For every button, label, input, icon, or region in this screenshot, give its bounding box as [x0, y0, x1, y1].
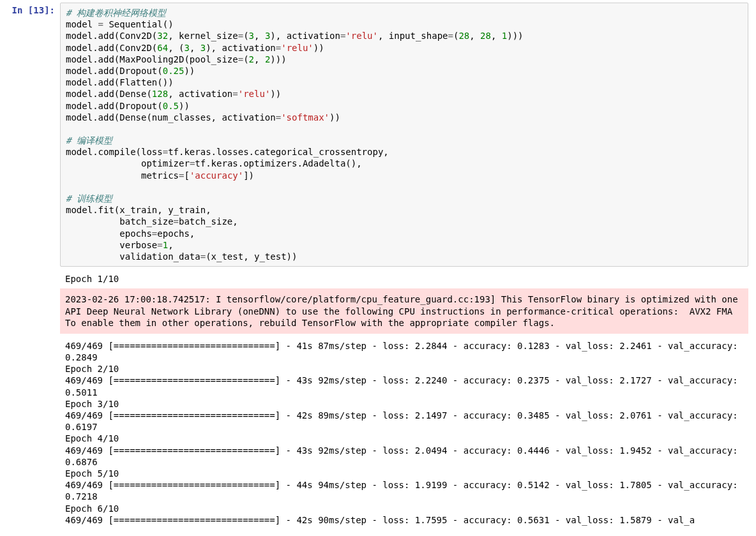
output-stdout-2: 469/469 [==============================]… [60, 336, 748, 530]
output-stdout-1: Epoch 1/10 [60, 269, 748, 288]
code-input[interactable]: # 构建卷积神经网络模型 model = Sequential() model.… [60, 3, 748, 267]
output-stderr: 2023-02-26 17:00:18.742517: I tensorflow… [60, 288, 748, 334]
code-cell: In [13]: # 构建卷积神经网络模型 model = Sequential… [5, 3, 748, 267]
cell-prompt: In [13]: [5, 3, 60, 267]
